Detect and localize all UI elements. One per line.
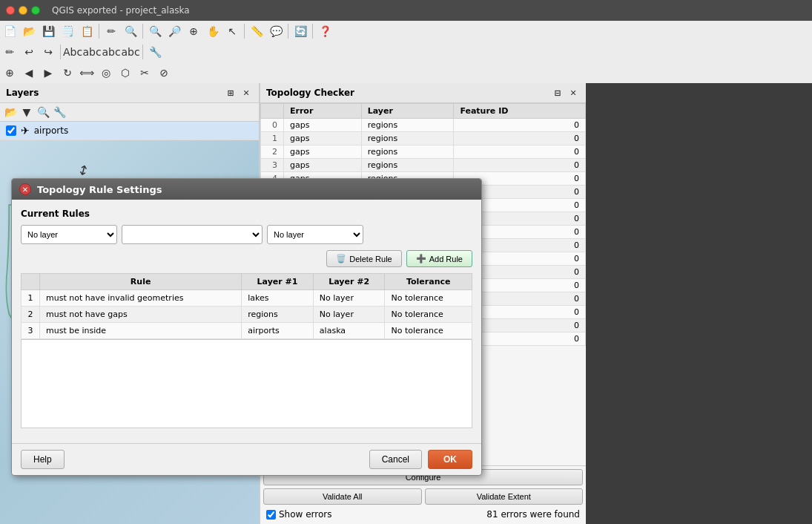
close-button[interactable] [6, 6, 15, 15]
layers-expand-btn[interactable]: ⊞ [224, 86, 237, 99]
cancel-button[interactable]: Cancel [369, 450, 422, 469]
window-controls[interactable] [6, 6, 40, 15]
col-layer1: Layer #1 [242, 274, 314, 290]
map-tip-button[interactable]: 💬 [266, 22, 285, 41]
label-btn[interactable]: Abc [63, 42, 82, 62]
help-button[interactable]: Help [21, 450, 65, 469]
separator-6 [60, 45, 61, 59]
section-label: Current Rules [21, 209, 472, 219]
toolbar-row-3: ⊕ ◀ ▶ ↻ ⟺ ◎ ⬡ ✂ ⊘ [0, 62, 812, 83]
col-error: Error [284, 104, 362, 119]
forward-btn[interactable]: ▶ [39, 63, 58, 82]
label3-btn[interactable]: abc [102, 42, 121, 62]
rules-empty-area [21, 339, 472, 428]
redo-button[interactable]: ↪️ [39, 42, 58, 62]
layer2-select[interactable]: No layer [267, 225, 363, 244]
add-btn-label: Add Rule [429, 255, 463, 263]
refresh-button[interactable]: 🔄 [291, 22, 310, 41]
ok-button[interactable]: OK [428, 450, 472, 469]
edit-pencil-button[interactable]: ✏️ [0, 42, 19, 62]
table-row[interactable]: 3gapsregions0 [261, 159, 586, 172]
table-row[interactable]: 2gapsregions0 [261, 145, 586, 159]
new-button[interactable]: 📄 [0, 22, 19, 41]
dialog-close-button[interactable]: ✕ [19, 183, 31, 195]
pan-button[interactable]: ✋ [203, 22, 222, 41]
topology-checker-header: Topology Checker ⊟ ✕ [260, 83, 586, 103]
open-layer-btn[interactable]: 📂 [3, 105, 18, 119]
select-button[interactable]: ↖ [222, 22, 242, 41]
open-button[interactable]: 📂 [19, 22, 39, 41]
separator-3 [244, 24, 245, 39]
table-row[interactable]: 0gapsregions0 [261, 119, 586, 132]
separator-2 [142, 24, 143, 39]
separator-1 [99, 24, 99, 39]
rule-row[interactable]: 3must be insideairportsalaskaNo toleranc… [22, 323, 472, 339]
delete-rule-button[interactable]: 🗑️ Delete Rule [326, 250, 401, 267]
layer-checkbox-airports[interactable] [6, 125, 16, 136]
title-bar: QGIS exported - project_alaska [0, 0, 812, 21]
col-rule: Rule [40, 274, 242, 290]
show-errors-checkbox[interactable] [266, 510, 276, 520]
dialog-title-bar: ✕ Topology Rule Settings [12, 179, 481, 200]
layers-title: Layers [6, 88, 39, 98]
rule-controls: No layer No layer [21, 225, 472, 244]
rule-action-buttons: 🗑️ Delete Rule ➕ Add Rule [21, 250, 472, 267]
topology-rule-settings-dialog: ✕ Topology Rule Settings Current Rules N… [11, 178, 482, 476]
validate-all-button[interactable]: Validate All [263, 488, 422, 505]
validate-extent-button[interactable]: Validate Extent [425, 488, 584, 505]
add-icon: ➕ [416, 254, 426, 263]
layer-settings-btn[interactable]: 🔧 [52, 105, 67, 119]
dialog-actions: Cancel OK [369, 450, 472, 469]
clip-btn[interactable]: ✂ [135, 63, 154, 82]
buffer-btn[interactable]: ⬡ [116, 63, 135, 82]
help-button[interactable]: ❓ [315, 22, 334, 41]
col-num [22, 274, 40, 290]
digitize-button[interactable]: ✏️ [102, 22, 121, 41]
filter-layer-btn[interactable]: ▼ [19, 105, 34, 119]
dialog-footer: Help Cancel OK [12, 443, 481, 475]
rotate-btn[interactable]: ↻ [58, 63, 77, 82]
diff-btn[interactable]: ⊘ [154, 63, 174, 82]
zoom-in-button[interactable]: 🔍 [145, 22, 165, 41]
show-errors-label: Show errors [279, 509, 332, 520]
save-layout-button[interactable]: 📋 [77, 22, 96, 41]
rule-type-select[interactable] [122, 225, 263, 244]
rule-row[interactable]: 2must not have gapsregionsNo layerNo tol… [22, 307, 472, 323]
undo-button[interactable]: ↩️ [19, 42, 39, 62]
tc-float-btn[interactable]: ⊟ [551, 86, 564, 99]
layer1-select[interactable]: No layer [21, 225, 117, 244]
dialog-title-text: Topology Rule Settings [37, 184, 162, 195]
zoom-full-button[interactable]: ⊕ [184, 22, 203, 41]
toolbar-row-1: 📄 📂 💾 🗒️ 📋 ✏️ 🔍 🔍 🔎 ⊕ ✋ ↖ 📏 💬 🔄 ❓ [0, 21, 812, 42]
tc-close-btn[interactable]: ✕ [567, 86, 580, 99]
union-btn[interactable]: ◎ [96, 63, 116, 82]
toolbar-area: 📄 📂 💾 🗒️ 📋 ✏️ 🔍 🔍 🔎 ⊕ ✋ ↖ 📏 💬 🔄 ❓ ✏️ ↩️ … [0, 21, 812, 83]
dialog-body: Current Rules No layer No layer 🗑️ Delet… [12, 200, 481, 443]
label2-btn[interactable]: abc [82, 42, 102, 62]
maximize-button[interactable] [31, 6, 40, 15]
table-row[interactable]: 1gapsregions0 [261, 132, 586, 145]
save-button[interactable]: 💾 [39, 22, 58, 41]
layers-header: Layers ⊞ ✕ [0, 83, 259, 103]
show-errors-area: Show errors [266, 509, 332, 520]
errors-found-text: 81 errors were found [486, 509, 580, 520]
save-as-button[interactable]: 🗒️ [58, 22, 77, 41]
label4-btn[interactable]: abc [121, 42, 140, 62]
separator-5 [312, 24, 313, 39]
minimize-button[interactable] [19, 6, 27, 15]
identify-button[interactable]: 🔍 [121, 22, 140, 41]
delete-btn-label: Delete Rule [349, 255, 392, 263]
measure-button[interactable]: 📏 [247, 22, 266, 41]
show-errors-row: Show errors 81 errors were found [263, 508, 583, 521]
mirror-btn[interactable]: ⟺ [77, 63, 96, 82]
filter-icon[interactable]: 🔍 [36, 105, 50, 119]
attribute-button[interactable]: 🔧 [145, 42, 165, 62]
rule-row[interactable]: 1must not have invalid geometrieslakesNo… [22, 290, 472, 307]
snap-btn[interactable]: ⊕ [0, 63, 19, 82]
zoom-out-button[interactable]: 🔎 [165, 22, 184, 41]
topology-checker-title: Topology Checker [266, 88, 354, 98]
layer-airports[interactable]: ✈ airports [0, 122, 259, 140]
back-btn[interactable]: ◀ [19, 63, 39, 82]
layers-close-btn[interactable]: ✕ [240, 86, 253, 99]
add-rule-button[interactable]: ➕ Add Rule [406, 250, 472, 267]
